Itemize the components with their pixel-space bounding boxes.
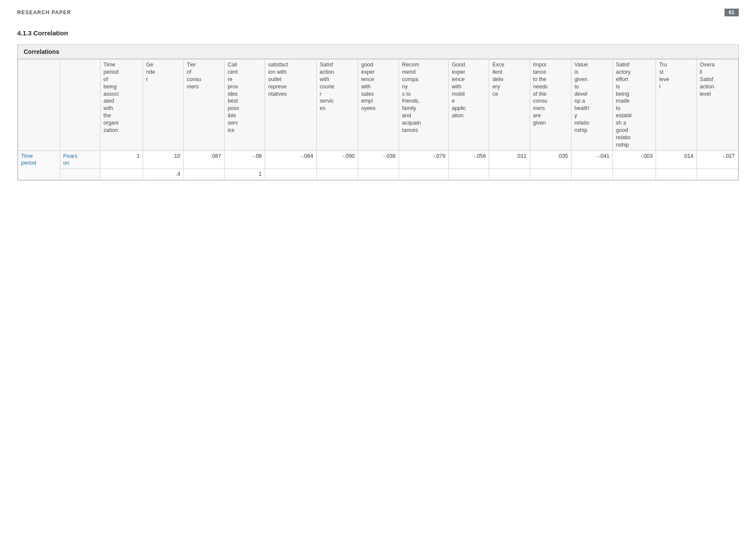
cell-s-value xyxy=(571,169,612,180)
cell-t-sat3: -.003 xyxy=(613,150,656,169)
col-header-tru: Trustlevel xyxy=(656,59,697,151)
col-header-time: Timeperiodofbeingassociatedwiththeorgani… xyxy=(100,59,143,151)
col-header-good: goodexperiencewithsalesemployees xyxy=(358,59,399,151)
cell-t-sat2: -.090 xyxy=(316,150,358,169)
cell-t-recom: -.079 xyxy=(399,150,448,169)
page-number: 61 xyxy=(725,9,739,16)
table-row-sig: .4 1 xyxy=(18,169,738,180)
cell-s-exce xyxy=(489,169,530,180)
section-title: 4.1.3 Correlation xyxy=(17,29,739,37)
row-sub-pearson: Pearson xyxy=(60,150,100,169)
cell-t-value: -.041 xyxy=(571,150,612,169)
col-header-tier: Tierofconsumers xyxy=(184,59,225,151)
cell-t-t: 1 xyxy=(100,150,143,169)
page-header: RESEARCH PAPER 61 xyxy=(17,9,739,16)
row-label-time: Timeperiod xyxy=(18,150,60,180)
col-header-exce: Excellentdeliveryce xyxy=(489,59,530,151)
cell-t-tier: .087 xyxy=(184,150,225,169)
cell-s-sat2 xyxy=(316,169,358,180)
cell-t-sat1: -.064 xyxy=(265,150,316,169)
col-header-satisf2: Satisfactoryeffortisbeingmadetoestablish… xyxy=(613,59,656,151)
cell-t-ge: .10 xyxy=(143,150,184,169)
col-header-satisf: Satisfactionwithcourierservices xyxy=(316,59,358,151)
empty-col-1 xyxy=(18,59,60,151)
cell-s-recom xyxy=(399,169,448,180)
cell-s-sat1 xyxy=(265,169,316,180)
cell-t-gexp: -.056 xyxy=(449,150,489,169)
col-header-ge: Gender xyxy=(143,59,184,151)
col-header-call: Callcentreprovidesbestpossibleservice xyxy=(225,59,265,151)
empty-col-2 xyxy=(60,59,100,151)
cell-s-t xyxy=(100,169,143,180)
cell-t-call: -.08 xyxy=(225,150,265,169)
col-header-recom: Recommendcompanys tofriends,familyandacq… xyxy=(399,59,448,151)
table-row: Timeperiod Pearson 1 .10 .087 -.08 -.064… xyxy=(18,150,738,169)
cell-s-tru xyxy=(656,169,697,180)
paper-title: RESEARCH PAPER xyxy=(17,9,71,16)
cell-s-tier xyxy=(184,169,225,180)
correlations-table: Timeperiodofbeingassociatedwiththeorgani… xyxy=(18,59,738,180)
cell-s-call: 1 xyxy=(225,169,265,180)
correlations-box: Correlations Timeperiodofbeingassociated… xyxy=(17,44,739,181)
cell-t-overa: -.027 xyxy=(697,150,738,169)
cell-t-impor: .035 xyxy=(530,150,571,169)
col-header-overa: OverallSatisfactionlevel xyxy=(697,59,738,151)
col-header-value: Valueisgiventodevelop ahealthyrelationsh… xyxy=(571,59,612,151)
cell-s-good xyxy=(358,169,399,180)
row-sub-sig xyxy=(60,169,100,180)
cell-t-good: -.036 xyxy=(358,150,399,169)
col-header-goodexp: Goodexperiencewithmobileapplication xyxy=(449,59,489,151)
cell-s-sat3 xyxy=(613,169,656,180)
col-header-satisfact: satisfaction withoutletrepresentatives xyxy=(265,59,316,151)
cell-s-overa xyxy=(697,169,738,180)
col-header-impor: Importanceto theneedsof theconsumersareg… xyxy=(530,59,571,151)
cell-t-exce: .011 xyxy=(489,150,530,169)
correlations-label: Correlations xyxy=(18,45,738,59)
cell-s-impor xyxy=(530,169,571,180)
cell-t-tru: .014 xyxy=(656,150,697,169)
cell-s-gexp xyxy=(449,169,489,180)
cell-s-ge: .4 xyxy=(143,169,184,180)
